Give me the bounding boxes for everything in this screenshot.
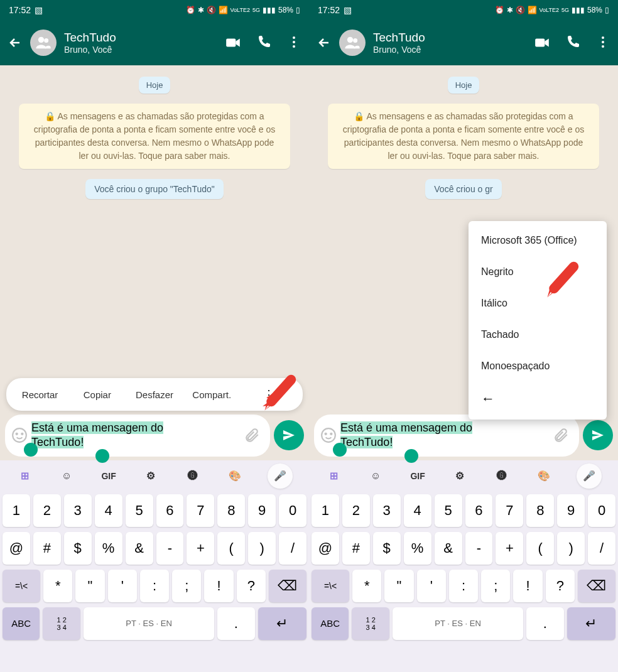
kb-sticker-icon[interactable]: ☺: [58, 467, 75, 485]
key-question[interactable]: ?: [546, 570, 575, 602]
context-undo[interactable]: Desfazer: [132, 389, 176, 400]
selection-handle-start[interactable]: [333, 443, 347, 457]
chat-header[interactable]: TechTudo Bruno, Você: [309, 20, 618, 65]
kb-translate-icon[interactable]: 🅖: [184, 467, 202, 485]
key-space[interactable]: PT · ES · EN: [393, 607, 523, 640]
key-exclaim[interactable]: !: [204, 570, 233, 602]
key-slash[interactable]: /: [588, 532, 615, 565]
key-at[interactable]: @: [312, 532, 339, 565]
key-dollar[interactable]: $: [373, 532, 401, 565]
key-at[interactable]: @: [3, 532, 30, 565]
back-icon[interactable]: [8, 35, 23, 50]
key-hash[interactable]: #: [342, 532, 370, 565]
kb-settings-icon[interactable]: ⚙: [451, 467, 469, 485]
kb-gif-icon[interactable]: GIF: [409, 467, 426, 485]
key-amp[interactable]: &: [435, 532, 462, 565]
key-question[interactable]: ?: [237, 570, 266, 602]
key-0[interactable]: 0: [588, 494, 615, 527]
kb-apps-icon[interactable]: ⊞: [16, 467, 33, 485]
key-period[interactable]: .: [217, 607, 254, 640]
emoji-icon[interactable]: [11, 427, 28, 443]
key-6[interactable]: 6: [465, 494, 493, 527]
key-space[interactable]: PT · ES · EN: [84, 607, 214, 640]
selection-handle-end[interactable]: [404, 449, 418, 463]
key-dquote[interactable]: ": [75, 570, 104, 602]
encryption-notice[interactable]: 🔒 As mensagens e as chamadas são protegi…: [328, 104, 599, 169]
format-strikethrough[interactable]: Tachado: [469, 319, 607, 350]
key-3[interactable]: 3: [64, 494, 92, 527]
key-shift[interactable]: =\<: [312, 570, 349, 602]
key-plus[interactable]: +: [187, 532, 214, 565]
kb-settings-icon[interactable]: ⚙: [142, 467, 160, 485]
key-semicolon[interactable]: ;: [172, 570, 201, 602]
key-dquote[interactable]: ": [384, 570, 413, 602]
key-5[interactable]: 5: [435, 494, 462, 527]
voice-call-icon[interactable]: [565, 35, 580, 51]
kb-palette-icon[interactable]: 🎨: [535, 467, 553, 485]
kb-gif-icon[interactable]: GIF: [100, 467, 117, 485]
key-plus[interactable]: +: [496, 532, 523, 565]
key-star[interactable]: *: [43, 570, 72, 602]
group-avatar[interactable]: [339, 30, 366, 56]
context-share[interactable]: Compart.: [190, 389, 234, 400]
key-percent[interactable]: %: [404, 532, 431, 565]
kb-mic-icon[interactable]: 🎤: [268, 463, 293, 489]
key-4[interactable]: 4: [404, 494, 431, 527]
key-abc[interactable]: ABC: [312, 607, 349, 640]
video-call-icon[interactable]: [225, 35, 241, 51]
more-icon[interactable]: [595, 35, 610, 51]
key-7[interactable]: 7: [496, 494, 523, 527]
format-back-icon[interactable]: ←: [469, 382, 607, 416]
key-1[interactable]: 1: [312, 494, 339, 527]
key-6[interactable]: 6: [156, 494, 184, 527]
attach-icon[interactable]: [244, 427, 260, 443]
key-star[interactable]: *: [352, 570, 381, 602]
send-button[interactable]: [583, 420, 613, 450]
key-9[interactable]: 9: [557, 494, 585, 527]
key-shift[interactable]: =\<: [3, 570, 40, 602]
key-backspace[interactable]: ⌫: [269, 570, 306, 602]
key-period[interactable]: .: [526, 607, 563, 640]
key-colon[interactable]: :: [449, 570, 478, 602]
key-2[interactable]: 2: [342, 494, 370, 527]
format-office[interactable]: Microsoft 365 (Office): [469, 225, 607, 256]
key-enter[interactable]: ↵: [258, 607, 306, 640]
key-lparen[interactable]: (: [217, 532, 245, 565]
emoji-icon[interactable]: [320, 427, 337, 443]
key-9[interactable]: 9: [248, 494, 276, 527]
key-rparen[interactable]: ): [248, 532, 276, 565]
key-5[interactable]: 5: [126, 494, 153, 527]
key-percent[interactable]: %: [95, 532, 122, 565]
key-squote[interactable]: ': [417, 570, 446, 602]
key-1[interactable]: 1: [3, 494, 30, 527]
key-rparen[interactable]: ): [557, 532, 585, 565]
kb-translate-icon[interactable]: 🅖: [493, 467, 511, 485]
message-input[interactable]: Está é uma mensagem do TechTudo!: [337, 418, 549, 453]
kb-apps-icon[interactable]: ⊞: [325, 467, 342, 485]
key-nums[interactable]: 1 23 4: [43, 607, 80, 640]
key-hash[interactable]: #: [33, 532, 61, 565]
key-4[interactable]: 4: [95, 494, 122, 527]
key-abc[interactable]: ABC: [3, 607, 40, 640]
key-amp[interactable]: &: [126, 532, 153, 565]
key-exclaim[interactable]: !: [513, 570, 542, 602]
selection-handle-start[interactable]: [24, 443, 38, 457]
key-2[interactable]: 2: [33, 494, 61, 527]
back-icon[interactable]: [317, 35, 332, 50]
key-8[interactable]: 8: [526, 494, 554, 527]
send-button[interactable]: [274, 420, 304, 450]
key-0[interactable]: 0: [279, 494, 306, 527]
encryption-notice[interactable]: 🔒 As mensagens e as chamadas são protegi…: [19, 104, 290, 169]
kb-sticker-icon[interactable]: ☺: [367, 467, 384, 485]
format-monospace[interactable]: Monoespaçado: [469, 350, 607, 382]
key-colon[interactable]: :: [140, 570, 169, 602]
selection-handle-end[interactable]: [95, 449, 109, 463]
voice-call-icon[interactable]: [256, 35, 271, 51]
key-semicolon[interactable]: ;: [481, 570, 510, 602]
group-avatar[interactable]: [30, 30, 57, 56]
key-slash[interactable]: /: [279, 532, 306, 565]
key-squote[interactable]: ': [108, 570, 137, 602]
key-3[interactable]: 3: [373, 494, 401, 527]
key-8[interactable]: 8: [217, 494, 245, 527]
kb-palette-icon[interactable]: 🎨: [226, 467, 244, 485]
